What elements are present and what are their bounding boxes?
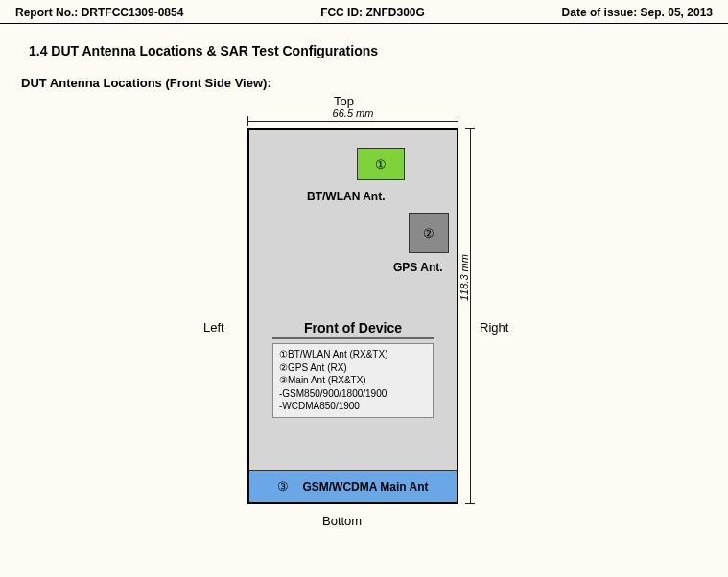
legend-line: -WCDMA850/1900: [279, 400, 427, 413]
dimension-height-value: 118.3 mm: [458, 254, 470, 301]
legend-line: ②GPS Ant (RX): [279, 361, 427, 375]
antenna-1-number: ①: [375, 157, 387, 172]
dimension-tick-icon: [465, 128, 475, 129]
antenna-3-label: GSM/WCDMA Main Ant: [302, 480, 428, 494]
antenna-3-number: ③: [277, 479, 289, 494]
dimension-tick-icon: [465, 503, 475, 504]
side-label-right: Right: [480, 320, 508, 335]
antenna-1-block: ①: [357, 148, 405, 180]
antenna-3-block: ③ GSM/WCDMA Main Ant: [249, 470, 457, 502]
legend-inner: ①BT/WLAN Ant (RX&TX) ②GPS Ant (RX) ③Main…: [272, 343, 434, 418]
side-label-bottom: Bottom: [322, 514, 362, 528]
section-title: 1.4 DUT Antenna Locations & SAR Test Con…: [29, 43, 728, 58]
device-outline: ① BT/WLAN Ant. ② GPS Ant. Front of Devic…: [247, 128, 458, 504]
fcc-id: FCC ID: ZNFD300G: [320, 6, 425, 19]
diagram-area: Top Left Right Bottom 66.5 mm 118.3 mm ①…: [0, 94, 728, 535]
dimension-width: 66.5 mm: [247, 113, 458, 128]
legend-box: Front of Device ①BT/WLAN Ant (RX&TX) ②GP…: [272, 320, 434, 418]
issue-date: Date of issue: Sep. 05, 2013: [562, 6, 713, 19]
dimension-width-line: [247, 121, 458, 122]
dimension-width-value: 66.5 mm: [247, 107, 458, 119]
antenna-2-block: ②: [409, 213, 449, 253]
side-label-top: Top: [334, 94, 354, 108]
legend-title: Front of Device: [272, 320, 434, 339]
report-number: Report No.: DRTFCC1309-0854: [15, 6, 183, 19]
legend-line: ①BT/WLAN Ant (RX&TX): [279, 348, 427, 361]
report-no-label: Report No.:: [15, 6, 78, 19]
antenna-2-label: GPS Ant.: [393, 261, 443, 274]
dimension-height-line: [470, 128, 471, 504]
legend-line: ③Main Ant (RX&TX): [279, 374, 427, 387]
dimension-height: 118.3 mm: [462, 128, 478, 504]
page-header: Report No.: DRTFCC1309-0854 FCC ID: ZNFD…: [0, 0, 728, 24]
side-label-left: Left: [203, 320, 224, 335]
date-label: Date of issue:: [562, 6, 638, 19]
fcc-id-label: FCC ID:: [320, 6, 363, 19]
legend-line: -GSM850/900/1800/1900: [279, 387, 427, 401]
antenna-1-label: BT/WLAN Ant.: [307, 190, 386, 203]
fcc-id-value: ZNFD300G: [365, 6, 424, 19]
antenna-2-number: ②: [423, 226, 434, 241]
date-value: Sep. 05, 2013: [641, 6, 713, 19]
subheading: DUT Antenna Locations (Front Side View):: [21, 76, 728, 90]
report-no-value: DRTFCC1309-0854: [82, 6, 184, 19]
